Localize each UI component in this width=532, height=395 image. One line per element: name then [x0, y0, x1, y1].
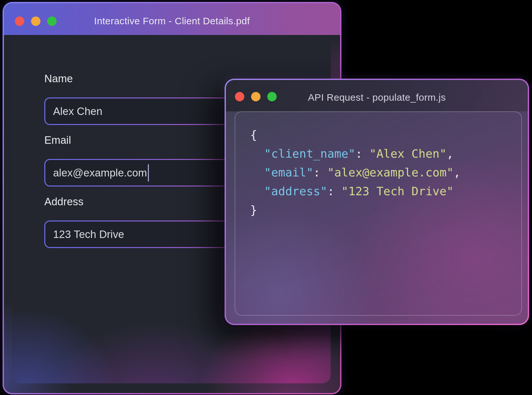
- form-window-title: Interactive Form - Client Details.pdf: [4, 16, 340, 27]
- json-string-value: "alex@example.com": [327, 166, 453, 179]
- json-key: "email": [264, 166, 313, 179]
- json-comma: ,: [447, 147, 454, 160]
- json-close-brace: }: [250, 203, 257, 217]
- code-editor-panel: { "client_name": "Alex Chen", "email": "…: [235, 111, 522, 316]
- code-line: "email": "alex@example.com",: [250, 163, 521, 182]
- text-cursor: [148, 164, 149, 182]
- json-string-value: "Alex Chen": [369, 147, 446, 160]
- code-line: {: [250, 126, 521, 144]
- code-window-body: API Request - populate_form.js { "client…: [226, 80, 528, 324]
- code-line: "client_name": "Alex Chen",: [250, 144, 521, 163]
- code-window-titlebar[interactable]: API Request - populate_form.js: [226, 80, 528, 111]
- json-colon: :: [313, 166, 327, 179]
- code-line: }: [250, 201, 521, 220]
- json-key: "client_name": [264, 147, 355, 160]
- json-open-brace: {: [250, 128, 257, 141]
- code-window: API Request - populate_form.js { "client…: [225, 79, 529, 325]
- json-colon: :: [355, 147, 369, 160]
- json-colon: :: [327, 185, 341, 198]
- code-window-border: API Request - populate_form.js { "client…: [225, 79, 529, 325]
- json-comma: ,: [454, 166, 461, 179]
- desktop-background: Interactive Form - Client Details.pdf Na…: [0, 0, 532, 395]
- code-window-title: API Request - populate_form.js: [226, 92, 528, 103]
- code-line: "address": "123 Tech Drive": [250, 182, 521, 201]
- json-key: "address": [264, 185, 327, 198]
- json-code-block: { "client_name": "Alex Chen", "email": "…: [235, 112, 521, 220]
- code-indent: [250, 185, 264, 198]
- form-window-titlebar[interactable]: Interactive Form - Client Details.pdf: [4, 3, 340, 35]
- code-indent: [250, 166, 264, 179]
- json-string-value: "123 Tech Drive": [341, 185, 454, 198]
- code-indent: [250, 147, 264, 160]
